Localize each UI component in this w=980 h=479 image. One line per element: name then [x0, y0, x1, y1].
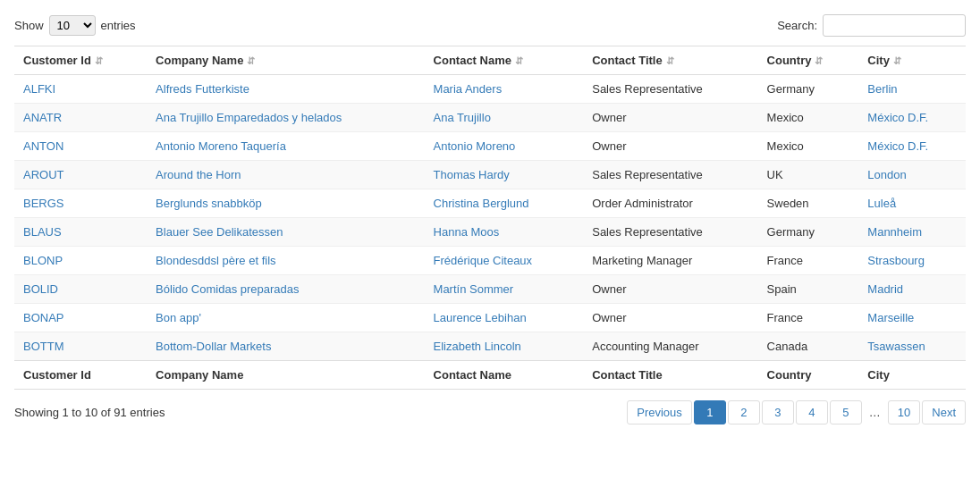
cell-customer_id[interactable]: BLONP: [14, 247, 147, 275]
footer-col-company_name[interactable]: Company Name: [147, 361, 424, 390]
search-input[interactable]: [823, 14, 966, 37]
cell-city[interactable]: Strasbourg: [858, 247, 966, 275]
footer-col-contact_title[interactable]: Contact Title: [583, 361, 757, 390]
col-header-contact_title[interactable]: Contact Title⇵: [583, 46, 757, 75]
footer-col-country[interactable]: Country: [758, 361, 859, 390]
entries-label: entries: [101, 19, 136, 32]
sort-icon-country: ⇵: [815, 55, 823, 67]
cell-contact_name[interactable]: Christina Berglund: [425, 189, 584, 218]
cell-contact_name[interactable]: Frédérique Citeaux: [425, 247, 584, 275]
pagination: Previous12345…10Next: [627, 400, 966, 424]
cell-country: Germany: [758, 75, 859, 104]
cell-city[interactable]: Tsawassen: [858, 332, 966, 361]
cell-contact_title: Owner: [583, 275, 757, 304]
cell-country: France: [758, 304, 859, 332]
table-row: BLONPBlondesddsl père et filsFrédérique …: [14, 247, 966, 275]
page-button-4[interactable]: 4: [796, 400, 828, 424]
page-button-2[interactable]: 2: [728, 400, 760, 424]
cell-company_name[interactable]: Alfreds Futterkiste: [147, 75, 424, 104]
cell-contact_name[interactable]: Hanna Moos: [425, 218, 584, 247]
cell-contact_name[interactable]: Thomas Hardy: [425, 161, 584, 189]
cell-contact_title: Owner: [583, 104, 757, 132]
cell-city[interactable]: Mannheim: [858, 218, 966, 247]
table-row: BONAPBon app'Laurence LebihanOwnerFrance…: [14, 304, 966, 332]
cell-company_name[interactable]: Bólido Comidas preparadas: [147, 275, 424, 304]
cell-city[interactable]: México D.F.: [858, 132, 966, 161]
table-row: ANATRAna Trujillo Emparedados y heladosA…: [14, 104, 966, 132]
cell-contact_title: Order Administrator: [583, 189, 757, 218]
next-button[interactable]: Next: [922, 400, 966, 424]
cell-contact_title: Owner: [583, 132, 757, 161]
cell-customer_id[interactable]: BONAP: [14, 304, 147, 332]
cell-country: Sweden: [758, 189, 859, 218]
page-button-3[interactable]: 3: [762, 400, 794, 424]
page-button-1[interactable]: 1: [694, 400, 726, 424]
cell-company_name[interactable]: Berglunds snabbköp: [147, 189, 424, 218]
search-bar: Search:: [777, 14, 966, 37]
data-table: Customer Id⇵Company Name⇵Contact Name⇵Co…: [14, 46, 966, 390]
cell-contact_name[interactable]: Maria Anders: [425, 75, 584, 104]
search-label: Search:: [777, 19, 817, 32]
footer-row: Customer IdCompany NameContact NameConta…: [14, 361, 966, 390]
page-button-10[interactable]: 10: [888, 400, 920, 424]
entries-select[interactable]: 102550100: [49, 15, 96, 36]
col-header-company_name[interactable]: Company Name⇵: [147, 46, 424, 75]
cell-country: Germany: [758, 218, 859, 247]
cell-contact_name[interactable]: Elizabeth Lincoln: [425, 332, 584, 361]
cell-customer_id[interactable]: BLAUS: [14, 218, 147, 247]
cell-company_name[interactable]: Bottom-Dollar Markets: [147, 332, 424, 361]
cell-company_name[interactable]: Bon app': [147, 304, 424, 332]
cell-city[interactable]: Marseille: [858, 304, 966, 332]
cell-customer_id[interactable]: BOLID: [14, 275, 147, 304]
header-row: Customer Id⇵Company Name⇵Contact Name⇵Co…: [14, 46, 966, 75]
sort-icon-company_name: ⇵: [247, 55, 255, 67]
cell-country: France: [758, 247, 859, 275]
col-header-city[interactable]: City⇵: [858, 46, 966, 75]
sort-icon-contact_title: ⇵: [666, 55, 674, 67]
cell-city[interactable]: México D.F.: [858, 104, 966, 132]
table-row: ANTONAntonio Moreno TaqueríaAntonio More…: [14, 132, 966, 161]
cell-contact_name[interactable]: Laurence Lebihan: [425, 304, 584, 332]
cell-customer_id[interactable]: BERGS: [14, 189, 147, 218]
cell-company_name[interactable]: Blondesddsl père et fils: [147, 247, 424, 275]
cell-city[interactable]: Madrid: [858, 275, 966, 304]
cell-company_name[interactable]: Antonio Moreno Taquería: [147, 132, 424, 161]
col-header-customer_id[interactable]: Customer Id⇵: [14, 46, 147, 75]
cell-customer_id[interactable]: AROUT: [14, 161, 147, 189]
cell-city[interactable]: Luleå: [858, 189, 966, 218]
cell-customer_id[interactable]: ALFKI: [14, 75, 147, 104]
cell-contact_title: Accounting Manager: [583, 332, 757, 361]
cell-contact_title: Owner: [583, 304, 757, 332]
table-row: BLAUSBlauer See DelikatessenHanna MoosSa…: [14, 218, 966, 247]
table-header: Customer Id⇵Company Name⇵Contact Name⇵Co…: [14, 46, 966, 75]
previous-button[interactable]: Previous: [627, 400, 692, 424]
footer-col-customer_id[interactable]: Customer Id: [14, 361, 147, 390]
table-footer: Customer IdCompany NameContact NameConta…: [14, 361, 966, 390]
cell-contact_name[interactable]: Martín Sommer: [425, 275, 584, 304]
cell-contact_title: Sales Representative: [583, 161, 757, 189]
top-bar: Show 102550100 entries Search:: [14, 14, 966, 37]
cell-contact_name[interactable]: Antonio Moreno: [425, 132, 584, 161]
cell-customer_id[interactable]: ANTON: [14, 132, 147, 161]
cell-city[interactable]: London: [858, 161, 966, 189]
sort-icon-customer_id: ⇵: [95, 55, 103, 67]
table-row: ALFKIAlfreds FutterkisteMaria AndersSale…: [14, 75, 966, 104]
col-header-contact_name[interactable]: Contact Name⇵: [425, 46, 584, 75]
table-body: ALFKIAlfreds FutterkisteMaria AndersSale…: [14, 75, 966, 361]
cell-customer_id[interactable]: ANATR: [14, 104, 147, 132]
cell-customer_id[interactable]: BOTTM: [14, 332, 147, 361]
page-button-5[interactable]: 5: [830, 400, 862, 424]
bottom-bar: Showing 1 to 10 of 91 entries Previous12…: [14, 400, 966, 424]
cell-contact_title: Marketing Manager: [583, 247, 757, 275]
cell-city[interactable]: Berlin: [858, 75, 966, 104]
sort-icon-contact_name: ⇵: [515, 55, 523, 67]
footer-col-contact_name[interactable]: Contact Name: [425, 361, 584, 390]
showing-info: Showing 1 to 10 of 91 entries: [14, 406, 165, 419]
cell-country: Mexico: [758, 132, 859, 161]
cell-company_name[interactable]: Ana Trujillo Emparedados y helados: [147, 104, 424, 132]
cell-company_name[interactable]: Around the Horn: [147, 161, 424, 189]
footer-col-city[interactable]: City: [858, 361, 966, 390]
cell-contact_name[interactable]: Ana Trujillo: [425, 104, 584, 132]
col-header-country[interactable]: Country⇵: [758, 46, 859, 75]
cell-company_name[interactable]: Blauer See Delikatessen: [147, 218, 424, 247]
